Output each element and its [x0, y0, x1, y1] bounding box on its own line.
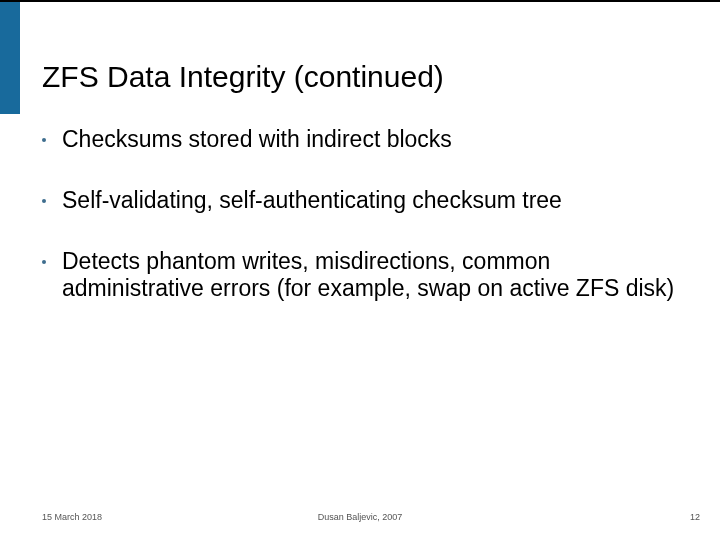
bullet-icon: [42, 138, 46, 142]
bullet-text: Checksums stored with indirect blocks: [62, 126, 452, 153]
accent-sidebar: [0, 2, 20, 114]
slide-body: Checksums stored with indirect blocks Se…: [42, 126, 682, 337]
bullet-text: Detects phantom writes, misdirections, c…: [62, 248, 682, 302]
footer-page-number: 12: [690, 512, 700, 522]
bullet-text: Self-validating, self-authenticating che…: [62, 187, 562, 214]
bullet-icon: [42, 260, 46, 264]
list-item: Checksums stored with indirect blocks: [42, 126, 682, 153]
footer-author: Dusan Baljevic, 2007: [0, 512, 720, 522]
bullet-icon: [42, 199, 46, 203]
slide: ZFS Data Integrity (continued) Checksums…: [0, 0, 720, 540]
list-item: Self-validating, self-authenticating che…: [42, 187, 682, 214]
top-rule: [0, 0, 720, 2]
slide-title: ZFS Data Integrity (continued): [42, 60, 444, 94]
list-item: Detects phantom writes, misdirections, c…: [42, 248, 682, 302]
